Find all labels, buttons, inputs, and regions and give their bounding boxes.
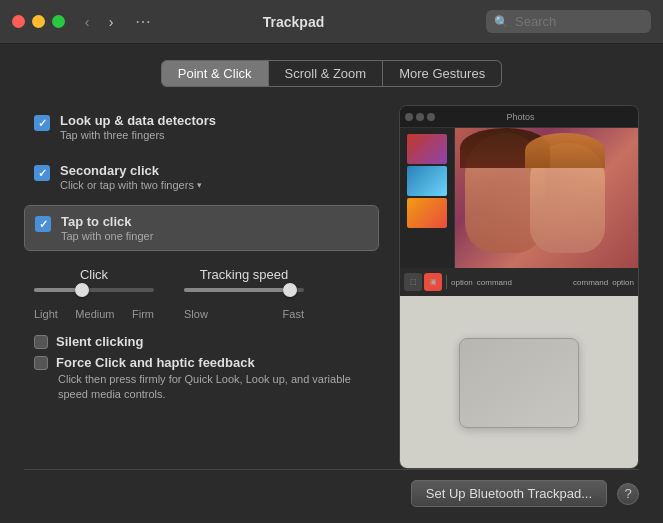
preview-panel: Photos (399, 105, 639, 469)
force-click-label: Force Click and haptic feedback (56, 355, 255, 370)
checkmark-icon: ✓ (38, 117, 47, 130)
trackpad-preview-image (459, 338, 579, 428)
click-slider-middle-label: Medium (75, 308, 114, 320)
silent-clicking-checkbox[interactable] (34, 335, 48, 349)
toolbar-icon-2: ▣ (424, 273, 442, 291)
bottom-checks: Silent clicking Force Click and haptic f… (24, 334, 379, 403)
main-content: Point & Click Scroll & Zoom More Gesture… (0, 44, 663, 523)
tap-to-click-text: Tap to click Tap with one finger (61, 214, 153, 242)
maximize-button[interactable] (52, 15, 65, 28)
window-title: Trackpad (101, 14, 486, 30)
setting-row-look-up: ✓ Look up & data detectors Tap with thre… (24, 105, 379, 149)
tracking-speed-label: Tracking speed (200, 267, 288, 282)
bluetooth-trackpad-button[interactable]: Set Up Bluetooth Trackpad... (411, 480, 607, 507)
tab-bar: Point & Click Scroll & Zoom More Gesture… (24, 60, 639, 87)
secondary-click-subtitle[interactable]: Click or tap with two fingers ▾ (60, 179, 202, 191)
chevron-down-icon: ▾ (197, 180, 202, 190)
content-area: ✓ Look up & data detectors Tap with thre… (24, 105, 639, 469)
silent-clicking-label: Silent clicking (56, 334, 143, 349)
click-slider[interactable] (34, 288, 154, 302)
secondary-click-title: Secondary click (60, 163, 202, 178)
tap-to-click-subtitle: Tap with one finger (61, 230, 153, 242)
setting-row-secondary-click: ✓ Secondary click Click or tap with two … (24, 155, 379, 199)
search-input[interactable] (515, 14, 643, 29)
tab-scroll-zoom[interactable]: Scroll & Zoom (269, 60, 384, 87)
sliders-section: Click Light Medium Firm Tr (24, 267, 379, 320)
tracking-slider-left-label: Slow (184, 308, 208, 320)
tap-to-click-checkbox[interactable]: ✓ (35, 216, 51, 232)
preview-toolbar: ⬚ ▣ option command command option (400, 268, 638, 296)
tracking-speed-slider-group: Tracking speed Slow Fast (184, 267, 304, 320)
minimize-button[interactable] (32, 15, 45, 28)
click-slider-labels: Light Medium Firm (34, 308, 154, 320)
tap-to-click-title: Tap to click (61, 214, 153, 229)
tracking-speed-slider[interactable] (184, 288, 304, 302)
force-click-main: Force Click and haptic feedback (34, 355, 369, 370)
toolbar-text-command: command (477, 278, 512, 287)
bottom-bar: Set Up Bluetooth Trackpad... ? (24, 469, 639, 507)
checkmark-icon: ✓ (38, 167, 47, 180)
preview-bottom (400, 296, 638, 469)
tracking-slider-right-label: Fast (283, 308, 304, 320)
look-up-title: Look up & data detectors (60, 113, 216, 128)
click-slider-right-label: Firm (132, 308, 154, 320)
search-icon: 🔍 (494, 15, 509, 29)
click-slider-label: Click (80, 267, 108, 282)
setting-row-tap-to-click: ✓ Tap to click Tap with one finger (24, 205, 379, 251)
silent-clicking-main: Silent clicking (34, 334, 369, 349)
secondary-click-checkbox[interactable]: ✓ (34, 165, 50, 181)
look-up-checkbox[interactable]: ✓ (34, 115, 50, 131)
toolbar-text-option3: option (612, 278, 634, 287)
click-slider-left-label: Light (34, 308, 58, 320)
toolbar-icon-1: ⬚ (404, 273, 422, 291)
traffic-lights (12, 15, 65, 28)
force-click-row: Force Click and haptic feedback Click th… (34, 355, 369, 403)
search-bar[interactable]: 🔍 (486, 10, 651, 33)
tab-more-gestures[interactable]: More Gestures (383, 60, 502, 87)
toolbar-text-option: option (451, 278, 473, 287)
back-arrow[interactable]: ‹ (77, 12, 97, 32)
secondary-click-text: Secondary click Click or tap with two fi… (60, 163, 202, 191)
left-panel: ✓ Look up & data detectors Tap with thre… (24, 105, 379, 469)
preview-image: Photos (400, 106, 638, 468)
force-click-description: Click then press firmly for Quick Look, … (58, 372, 369, 403)
close-button[interactable] (12, 15, 25, 28)
toolbar-text-option2: command (573, 278, 608, 287)
force-click-checkbox[interactable] (34, 356, 48, 370)
look-up-text: Look up & data detectors Tap with three … (60, 113, 216, 141)
tab-point-click[interactable]: Point & Click (161, 60, 269, 87)
checkmark-icon: ✓ (39, 218, 48, 231)
look-up-subtitle: Tap with three fingers (60, 129, 216, 141)
help-button[interactable]: ? (617, 483, 639, 505)
silent-clicking-row: Silent clicking (34, 334, 369, 349)
click-slider-group: Click Light Medium Firm (34, 267, 154, 320)
titlebar: ‹ › ⋯ Trackpad 🔍 (0, 0, 663, 44)
tracking-slider-labels: Slow Fast (184, 308, 304, 320)
